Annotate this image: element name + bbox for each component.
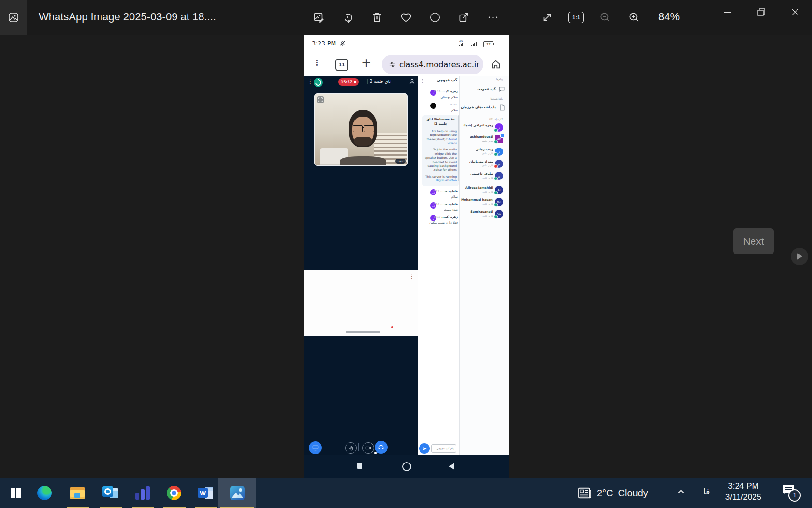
next-image-button[interactable]: Next <box>733 228 774 254</box>
public-chat-icon <box>498 86 505 92</box>
bbb-logo-icon <box>314 78 323 87</box>
avatar: ن <box>495 172 503 180</box>
audio-status-dot <box>374 452 377 454</box>
zoom-in-button[interactable] <box>623 6 645 29</box>
tray-chevron-button[interactable] <box>676 487 686 497</box>
participant-row: Al Alireza Jamshidi کاربر عادی <box>461 185 508 195</box>
signal-icon-sim2 <box>471 42 477 46</box>
language-indicator[interactable]: فا <box>703 487 710 496</box>
more-button[interactable] <box>482 6 504 29</box>
webcam-expand-icon <box>317 96 324 103</box>
info-button[interactable] <box>424 6 446 29</box>
taskbar-power-bi[interactable] <box>128 478 158 508</box>
chat-options-icon: ⋮ <box>420 78 425 83</box>
participant-row: ز زینب زمانی کاربر عادی <box>461 147 508 157</box>
avatar: AP <box>495 135 503 143</box>
glasses-left <box>353 125 363 132</box>
person-shoulders <box>340 156 386 166</box>
taskbar-photos-active-tile[interactable] <box>218 478 256 508</box>
recording-time: 15:57 <box>341 80 352 84</box>
actual-size-button[interactable]: 1:1 <box>565 6 587 29</box>
screenshare-button <box>309 441 322 454</box>
status-dot-icon <box>494 191 498 194</box>
status-dot-icon <box>494 164 498 168</box>
rotate-button[interactable] <box>337 6 359 29</box>
shared-notes-icon <box>499 104 505 111</box>
hand-icon <box>348 446 354 451</box>
welcome-help-text: For help on using BigBlueButton see thes… <box>424 129 457 146</box>
audio-button <box>375 441 388 454</box>
actual-size-icon: 1:1 <box>568 12 584 23</box>
delete-button[interactable] <box>366 6 388 29</box>
bbb-options-icon: ⋮ <box>308 79 313 84</box>
photos-logo-icon <box>8 12 19 23</box>
tutorial-videos-link: tutorial videos. <box>446 137 457 145</box>
participants-icon <box>409 78 415 85</box>
next-arrow-button[interactable] <box>791 248 808 265</box>
clock-widget[interactable]: 3:24 PM 3/11/2025 <box>710 481 777 503</box>
windows-logo-icon <box>11 488 21 498</box>
edit-image-icon <box>313 11 325 24</box>
notes-section-label: یادداشت‌ها <box>490 97 503 100</box>
send-message-button <box>419 443 430 454</box>
participant-row: Sa Samirasanati کاربر عادی <box>461 209 508 219</box>
word-icon: W <box>198 486 213 500</box>
zoom-out-button[interactable] <box>594 6 616 29</box>
status-dot-icon <box>494 140 498 144</box>
edit-image-button[interactable] <box>308 6 330 29</box>
minimize-icon <box>724 12 731 13</box>
browser-menu-icon: ⋮ <box>313 59 320 67</box>
photos-titlebar: WhatsApp Image 2025-03-09 at 18.... <box>0 0 812 35</box>
start-button[interactable] <box>1 478 31 508</box>
chat-message-meta: فاطمه صـ...15:16 <box>434 202 458 206</box>
close-button[interactable] <box>781 0 809 24</box>
photos-taskbar-icon <box>230 486 245 500</box>
taskbar-edge[interactable] <box>29 478 59 508</box>
taskbar-word[interactable]: W <box>190 478 220 508</box>
browser-tabs-button: 11 <box>335 59 348 71</box>
browser-url-bar: class4.modares.ac.ir <box>382 55 483 74</box>
chat-message-text: سلام <box>422 195 458 199</box>
action-center-button[interactable]: 1 <box>782 484 795 495</box>
participant-row: Mo Mohammad hasanabadi کاربر عادی <box>461 197 508 207</box>
status-dot-icon <box>494 203 498 207</box>
site-settings-icon <box>389 61 396 68</box>
rotate-icon <box>342 11 354 24</box>
minimize-button[interactable] <box>713 0 741 24</box>
fullscreen-button[interactable] <box>536 6 558 29</box>
slide-options-icon: ⋮ <box>409 274 414 279</box>
battery-nub <box>493 43 494 45</box>
photos-app-logo-tile <box>0 0 27 35</box>
battery-icon: 77 <box>483 41 493 47</box>
favorite-button[interactable] <box>395 6 417 29</box>
chat-message-meta: فاطمه صـ...15:15 <box>434 189 458 193</box>
status-dot-icon <box>494 152 498 156</box>
chrome-icon <box>167 486 181 500</box>
home-circle-icon <box>402 462 411 471</box>
participant-row: AP ashkandousti مدیر جلسه <box>461 134 508 144</box>
laser-pointer-dot <box>392 326 393 328</box>
status-dot-icon <box>494 177 498 180</box>
weather-condition: Cloudy <box>618 488 648 499</box>
taskbar-file-explorer[interactable] <box>62 478 92 508</box>
share-button[interactable] <box>453 6 475 29</box>
tray-time: 3:24 PM <box>710 481 777 492</box>
avatar: Sa <box>495 210 503 218</box>
headphones-icon <box>378 444 384 450</box>
weather-widget[interactable]: 2°C Cloudy <box>578 478 686 508</box>
avatar: م <box>495 160 503 168</box>
users-section-label: کاربران (8) <box>489 118 503 120</box>
taskbar-outlook[interactable] <box>95 478 125 508</box>
share-icon <box>458 11 470 24</box>
bbb-stage-area: ⋮ 15:57 | اتاق جلسه 2 ••• <box>304 76 418 455</box>
chat-message-text: سلام دوستان <box>422 95 458 99</box>
chat-header-title: گپ عمومی <box>443 78 457 82</box>
back-triangle-icon <box>449 463 454 470</box>
restore-button[interactable] <box>747 0 775 24</box>
taskbar-chrome[interactable] <box>159 478 189 508</box>
shared-notes-item: یادداشت‌های هم‌زمان <box>461 105 496 109</box>
avatar: Mo <box>495 198 503 206</box>
welcome-heading: Welcome to اتاق جلسه 2! <box>424 118 457 127</box>
weather-temp: 2°C <box>597 488 613 499</box>
avatar: ز <box>495 148 503 156</box>
